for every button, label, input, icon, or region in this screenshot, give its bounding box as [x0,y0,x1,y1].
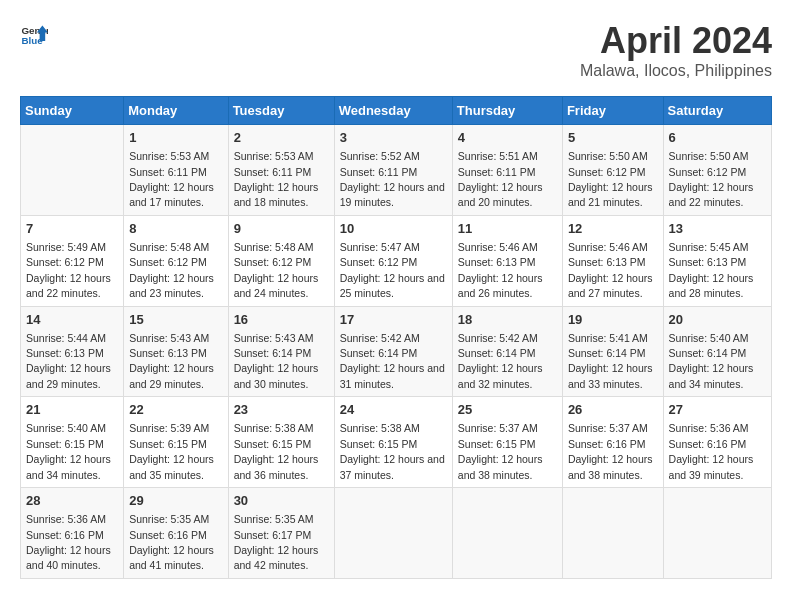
weekday-header-row: SundayMondayTuesdayWednesdayThursdayFrid… [21,97,772,125]
sunrise-info: Sunrise: 5:44 AMSunset: 6:13 PMDaylight:… [26,332,111,390]
sunrise-info: Sunrise: 5:42 AMSunset: 6:14 PMDaylight:… [340,332,445,390]
day-number: 14 [26,311,118,329]
weekday-header-tuesday: Tuesday [228,97,334,125]
sunrise-info: Sunrise: 5:35 AMSunset: 6:17 PMDaylight:… [234,513,319,571]
weekday-header-friday: Friday [562,97,663,125]
calendar-week-row: 28Sunrise: 5:36 AMSunset: 6:16 PMDayligh… [21,488,772,579]
calendar-cell: 5Sunrise: 5:50 AMSunset: 6:12 PMDaylight… [562,125,663,216]
day-number: 29 [129,492,222,510]
logo-icon: General Blue [20,20,48,48]
sunrise-info: Sunrise: 5:43 AMSunset: 6:14 PMDaylight:… [234,332,319,390]
weekday-header-saturday: Saturday [663,97,771,125]
calendar-cell: 27Sunrise: 5:36 AMSunset: 6:16 PMDayligh… [663,397,771,488]
day-number: 28 [26,492,118,510]
day-number: 3 [340,129,447,147]
calendar-cell [452,488,562,579]
calendar-week-row: 7Sunrise: 5:49 AMSunset: 6:12 PMDaylight… [21,215,772,306]
calendar-cell: 28Sunrise: 5:36 AMSunset: 6:16 PMDayligh… [21,488,124,579]
sunrise-info: Sunrise: 5:45 AMSunset: 6:13 PMDaylight:… [669,241,754,299]
day-number: 15 [129,311,222,329]
calendar-cell: 13Sunrise: 5:45 AMSunset: 6:13 PMDayligh… [663,215,771,306]
day-number: 11 [458,220,557,238]
sunrise-info: Sunrise: 5:43 AMSunset: 6:13 PMDaylight:… [129,332,214,390]
calendar-cell [663,488,771,579]
weekday-header-sunday: Sunday [21,97,124,125]
sunrise-info: Sunrise: 5:51 AMSunset: 6:11 PMDaylight:… [458,150,543,208]
sunrise-info: Sunrise: 5:36 AMSunset: 6:16 PMDaylight:… [26,513,111,571]
sunrise-info: Sunrise: 5:36 AMSunset: 6:16 PMDaylight:… [669,422,754,480]
calendar-cell: 30Sunrise: 5:35 AMSunset: 6:17 PMDayligh… [228,488,334,579]
sunrise-info: Sunrise: 5:53 AMSunset: 6:11 PMDaylight:… [234,150,319,208]
day-number: 24 [340,401,447,419]
calendar-table: SundayMondayTuesdayWednesdayThursdayFrid… [20,96,772,579]
day-number: 27 [669,401,766,419]
day-number: 13 [669,220,766,238]
day-number: 16 [234,311,329,329]
calendar-cell: 21Sunrise: 5:40 AMSunset: 6:15 PMDayligh… [21,397,124,488]
calendar-cell: 24Sunrise: 5:38 AMSunset: 6:15 PMDayligh… [334,397,452,488]
title-block: April 2024 Malawa, Ilocos, Philippines [580,20,772,80]
day-number: 12 [568,220,658,238]
sunrise-info: Sunrise: 5:38 AMSunset: 6:15 PMDaylight:… [234,422,319,480]
calendar-cell: 8Sunrise: 5:48 AMSunset: 6:12 PMDaylight… [124,215,228,306]
calendar-cell: 19Sunrise: 5:41 AMSunset: 6:14 PMDayligh… [562,306,663,397]
day-number: 5 [568,129,658,147]
day-number: 19 [568,311,658,329]
calendar-cell: 26Sunrise: 5:37 AMSunset: 6:16 PMDayligh… [562,397,663,488]
day-number: 21 [26,401,118,419]
sunrise-info: Sunrise: 5:40 AMSunset: 6:14 PMDaylight:… [669,332,754,390]
calendar-cell: 10Sunrise: 5:47 AMSunset: 6:12 PMDayligh… [334,215,452,306]
calendar-cell: 15Sunrise: 5:43 AMSunset: 6:13 PMDayligh… [124,306,228,397]
sunrise-info: Sunrise: 5:37 AMSunset: 6:15 PMDaylight:… [458,422,543,480]
page-header: General Blue April 2024 Malawa, Ilocos, … [20,20,772,80]
calendar-week-row: 14Sunrise: 5:44 AMSunset: 6:13 PMDayligh… [21,306,772,397]
calendar-cell [21,125,124,216]
day-number: 30 [234,492,329,510]
weekday-header-monday: Monday [124,97,228,125]
calendar-cell [334,488,452,579]
calendar-week-row: 1Sunrise: 5:53 AMSunset: 6:11 PMDaylight… [21,125,772,216]
weekday-header-wednesday: Wednesday [334,97,452,125]
day-number: 2 [234,129,329,147]
logo: General Blue [20,20,48,48]
day-number: 18 [458,311,557,329]
sunrise-info: Sunrise: 5:38 AMSunset: 6:15 PMDaylight:… [340,422,445,480]
sunrise-info: Sunrise: 5:52 AMSunset: 6:11 PMDaylight:… [340,150,445,208]
calendar-cell [562,488,663,579]
sunrise-info: Sunrise: 5:47 AMSunset: 6:12 PMDaylight:… [340,241,445,299]
day-number: 22 [129,401,222,419]
calendar-cell: 20Sunrise: 5:40 AMSunset: 6:14 PMDayligh… [663,306,771,397]
day-number: 9 [234,220,329,238]
calendar-cell: 22Sunrise: 5:39 AMSunset: 6:15 PMDayligh… [124,397,228,488]
month-title: April 2024 [580,20,772,62]
day-number: 17 [340,311,447,329]
sunrise-info: Sunrise: 5:49 AMSunset: 6:12 PMDaylight:… [26,241,111,299]
calendar-cell: 14Sunrise: 5:44 AMSunset: 6:13 PMDayligh… [21,306,124,397]
calendar-cell: 12Sunrise: 5:46 AMSunset: 6:13 PMDayligh… [562,215,663,306]
sunrise-info: Sunrise: 5:37 AMSunset: 6:16 PMDaylight:… [568,422,653,480]
day-number: 8 [129,220,222,238]
calendar-cell: 3Sunrise: 5:52 AMSunset: 6:11 PMDaylight… [334,125,452,216]
sunrise-info: Sunrise: 5:50 AMSunset: 6:12 PMDaylight:… [669,150,754,208]
day-number: 4 [458,129,557,147]
calendar-cell: 1Sunrise: 5:53 AMSunset: 6:11 PMDaylight… [124,125,228,216]
day-number: 23 [234,401,329,419]
sunrise-info: Sunrise: 5:46 AMSunset: 6:13 PMDaylight:… [568,241,653,299]
calendar-cell: 7Sunrise: 5:49 AMSunset: 6:12 PMDaylight… [21,215,124,306]
sunrise-info: Sunrise: 5:53 AMSunset: 6:11 PMDaylight:… [129,150,214,208]
calendar-week-row: 21Sunrise: 5:40 AMSunset: 6:15 PMDayligh… [21,397,772,488]
sunrise-info: Sunrise: 5:50 AMSunset: 6:12 PMDaylight:… [568,150,653,208]
day-number: 20 [669,311,766,329]
sunrise-info: Sunrise: 5:35 AMSunset: 6:16 PMDaylight:… [129,513,214,571]
calendar-cell: 4Sunrise: 5:51 AMSunset: 6:11 PMDaylight… [452,125,562,216]
calendar-cell: 29Sunrise: 5:35 AMSunset: 6:16 PMDayligh… [124,488,228,579]
location: Malawa, Ilocos, Philippines [580,62,772,80]
sunrise-info: Sunrise: 5:46 AMSunset: 6:13 PMDaylight:… [458,241,543,299]
calendar-cell: 16Sunrise: 5:43 AMSunset: 6:14 PMDayligh… [228,306,334,397]
calendar-cell: 17Sunrise: 5:42 AMSunset: 6:14 PMDayligh… [334,306,452,397]
calendar-cell: 9Sunrise: 5:48 AMSunset: 6:12 PMDaylight… [228,215,334,306]
calendar-cell: 25Sunrise: 5:37 AMSunset: 6:15 PMDayligh… [452,397,562,488]
calendar-cell: 18Sunrise: 5:42 AMSunset: 6:14 PMDayligh… [452,306,562,397]
day-number: 25 [458,401,557,419]
day-number: 10 [340,220,447,238]
